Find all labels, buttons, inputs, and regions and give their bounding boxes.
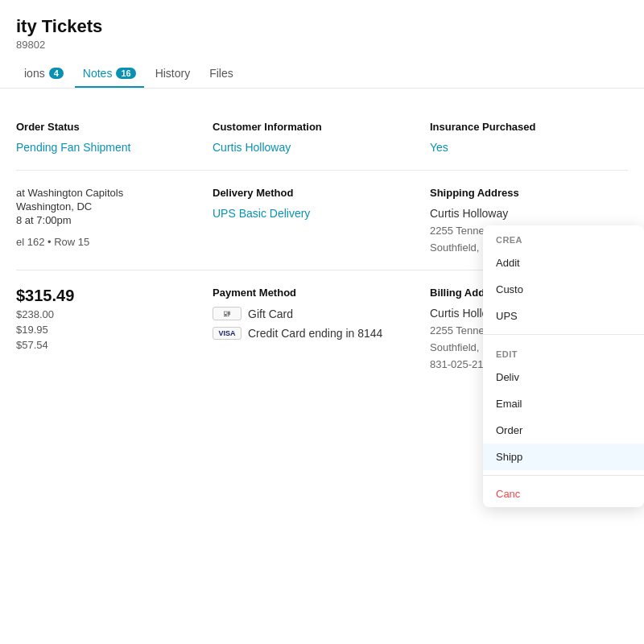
tab-actions[interactable]: ions 4 [16, 60, 72, 88]
event-date: 8 at 7:00pm [16, 214, 193, 226]
price-col: $315.49 $238.00 $19.95 $57.54 [16, 287, 193, 370]
insurance-label: Insurance Purchased [430, 121, 628, 133]
tabs-container: ions 4 Notes 16 History Files [16, 60, 628, 88]
order-status-col: Order Status Pending Fan Shipment [16, 121, 193, 154]
order-status-label: Order Status [16, 121, 193, 133]
event-info: at Washington Capitols Washington, DC 8 … [16, 187, 193, 226]
tab-files-label: Files [209, 67, 233, 80]
dropdown-item-cancel[interactable]: Canc [483, 481, 644, 507]
tab-notes-badge: 16 [116, 68, 135, 79]
page-header: ity Tickets 89802 ions 4 Notes 16 Histor… [0, 0, 644, 89]
gift-card-icon: 🖳 [213, 307, 242, 320]
seat-info: el 162 • Row 15 [16, 236, 193, 248]
customer-info-col: Customer Information Curtis Holloway [213, 121, 411, 154]
payment-icons: 🖳 Gift Card VISA Credit Card ending in 8… [213, 307, 411, 340]
gift-card-label: Gift Card [248, 308, 293, 320]
page-title: ity Tickets [16, 16, 628, 37]
dropdown-item-email[interactable]: Email [483, 390, 644, 417]
dropdown-item-order[interactable]: Order [483, 417, 644, 444]
delivery-method-col: Delivery Method UPS Basic Delivery [213, 187, 411, 254]
tab-history[interactable]: History [147, 60, 199, 88]
event-team: at Washington Capitols [16, 187, 193, 199]
dropdown-item-additional[interactable]: Addit [483, 250, 644, 276]
price-total: $315.49 [16, 287, 193, 305]
payment-method-col: Payment Method 🖳 Gift Card VISA Credit C… [213, 287, 411, 370]
tab-history-label: History [155, 67, 191, 80]
price-subtotal: $238.00 [16, 308, 193, 320]
dropdown-item-customer[interactable]: Custo [483, 276, 644, 303]
order-status-value[interactable]: Pending Fan Shipment [16, 141, 193, 154]
context-menu: Crea Addit Custo UPS Edit Deliv Email Or… [483, 225, 644, 507]
price-fee1: $19.95 [16, 324, 193, 336]
event-col: at Washington Capitols Washington, DC 8 … [16, 187, 193, 254]
create-section-label: Crea [483, 225, 644, 250]
price-fee2: $57.54 [16, 339, 193, 351]
dropdown-item-delivery[interactable]: Deliv [483, 364, 644, 390]
gift-card-row: 🖳 Gift Card [213, 307, 411, 320]
credit-card-label: Credit Card ending in 8144 [248, 327, 382, 340]
customer-info-label: Customer Information [213, 121, 411, 133]
customer-info-value[interactable]: Curtis Holloway [213, 141, 411, 154]
event-city: Washington, DC [16, 200, 193, 213]
delivery-method-label: Delivery Method [213, 187, 411, 199]
insurance-col: Insurance Purchased Yes [430, 121, 628, 154]
dropdown-item-ups[interactable]: UPS [483, 303, 644, 329]
credit-card-row: VISA Credit Card ending in 8144 [213, 327, 411, 340]
price-block: $315.49 $238.00 $19.95 $57.54 [16, 287, 193, 351]
shipping-name: Curtis Holloway [430, 207, 628, 220]
delivery-method-value[interactable]: UPS Basic Delivery [213, 207, 411, 220]
menu-divider-2 [483, 475, 644, 476]
menu-divider [483, 334, 644, 335]
payment-method-label: Payment Method [213, 287, 411, 299]
tab-actions-badge: 4 [49, 68, 64, 79]
order-status-section: Order Status Pending Fan Shipment Custom… [16, 105, 628, 171]
tab-files[interactable]: Files [201, 60, 242, 88]
tab-actions-label: ions [24, 67, 45, 80]
visa-icon: VISA [213, 327, 242, 340]
edit-section-label: Edit [483, 340, 644, 364]
shipping-address-label: Shipping Address [430, 187, 628, 199]
dropdown-item-shipping[interactable]: Shipp [483, 444, 644, 470]
order-number: 89802 [16, 39, 628, 51]
tab-notes-label: Notes [83, 67, 113, 80]
insurance-value: Yes [430, 141, 628, 154]
tab-notes[interactable]: Notes 16 [75, 60, 144, 88]
